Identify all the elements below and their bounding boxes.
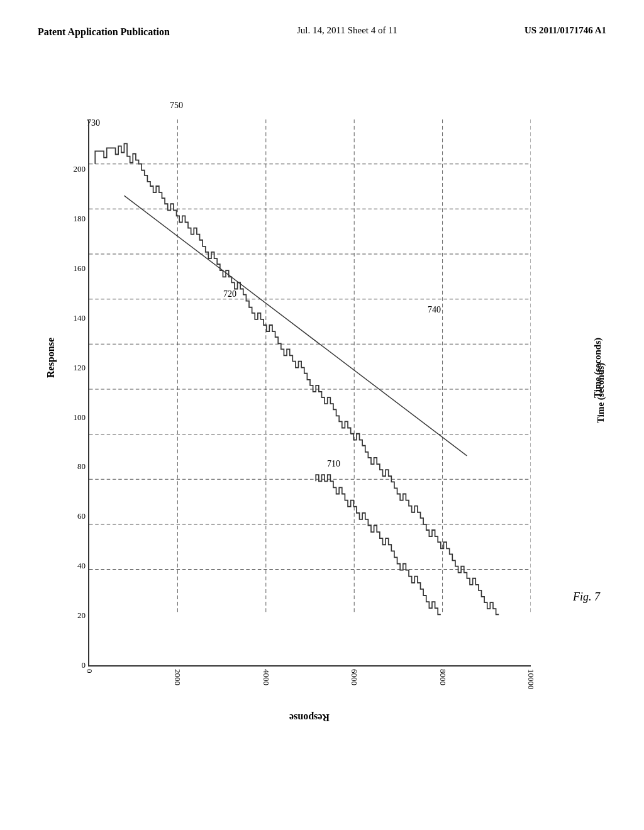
x-tick-2000: 2000	[172, 669, 182, 685]
chart-svg	[89, 119, 531, 665]
time-axis-label: Time (seconds)	[596, 363, 606, 423]
y-tick-180: 180	[74, 214, 86, 224]
chart-area: 0 20 40 60 80 100 120 140 160 180 200 0 …	[88, 119, 531, 667]
y-tick-160: 160	[74, 263, 86, 274]
y-tick-80: 80	[77, 462, 86, 472]
x-tick-8000: 8000	[438, 669, 448, 685]
y-tick-60: 60	[77, 511, 86, 521]
patent-publication-label: Patent Application Publication	[38, 25, 170, 39]
header: Patent Application Publication Jul. 14, …	[0, 0, 644, 52]
response-axis-label: Response	[88, 712, 531, 723]
figure-label: Fig. 7	[573, 590, 600, 604]
y-tick-20: 20	[77, 611, 86, 621]
x-tick-4000: 4000	[261, 669, 271, 685]
y-tick-200: 200	[74, 164, 86, 174]
chart-container: 730 750 720 710 740 0 20 40 60 80 100 12…	[38, 94, 606, 729]
label-750: 750	[170, 101, 183, 111]
y-axis-label: Response	[45, 338, 57, 378]
sheet-info: Jul. 14, 2011 Sheet 4 of 11	[297, 25, 397, 36]
y-tick-100: 100	[74, 412, 86, 423]
x-tick-6000: 6000	[349, 669, 359, 685]
patent-number: US 2011/0171746 A1	[525, 25, 606, 36]
y-tick-140: 140	[74, 313, 86, 323]
x-tick-0: 0	[84, 669, 94, 673]
page: Patent Application Publication Jul. 14, …	[0, 0, 644, 830]
svg-line-15	[124, 196, 467, 456]
y-tick-120: 120	[74, 363, 86, 373]
x-tick-10000: 10000	[526, 669, 536, 690]
y-tick-40: 40	[77, 561, 86, 571]
